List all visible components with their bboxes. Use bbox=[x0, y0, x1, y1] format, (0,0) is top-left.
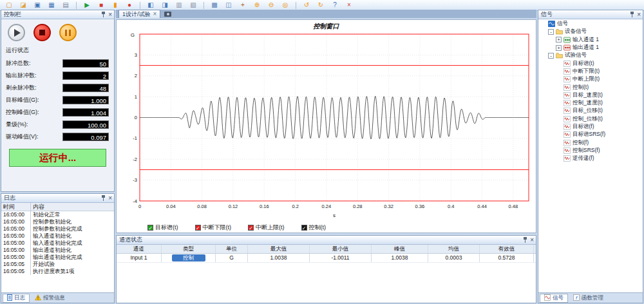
toolbar-icon-zoom-fit[interactable]: ◎ bbox=[281, 1, 289, 9]
legend-item[interactable]: ✓控制(t) bbox=[301, 223, 327, 232]
app-window: ▢◪▣▦▤▶■▮●◧◨▥▧▩◫+⊕⊖◎↺↻?× 控制栏 × 运行状态 脉 bbox=[0, 0, 644, 304]
wave-icon bbox=[564, 76, 571, 82]
tree-item[interactable]: +输出通道 1 bbox=[538, 44, 643, 52]
tree-item[interactable]: 目标_速度(t) bbox=[538, 91, 643, 99]
toolbar-icon-schedule[interactable]: ▥ bbox=[175, 1, 183, 9]
channel-row[interactable]: Input 1控制G1.0038-1.00111.00380.00030.572… bbox=[117, 254, 536, 263]
toolbar-icon-channel-config[interactable]: ◨ bbox=[161, 1, 169, 9]
legend-item[interactable]: ✓中断上限(t) bbox=[248, 223, 285, 232]
tree-item[interactable]: -试验信号 bbox=[538, 52, 643, 59]
toolbar-icon-exit[interactable]: × bbox=[345, 1, 353, 9]
toolbar-icon-pause[interactable]: ▮ bbox=[111, 1, 119, 9]
toolbar-icon-save-all[interactable]: ▦ bbox=[48, 1, 55, 9]
legend-checkbox[interactable]: ✓ bbox=[301, 225, 307, 231]
log-row[interactable]: 16:05:00输出通道初始化 bbox=[1, 247, 114, 254]
log-row[interactable]: 16:05:00输出通道初始化完成 bbox=[1, 254, 114, 261]
tree-item[interactable]: 控制_位移(t) bbox=[538, 115, 643, 123]
wave-icon bbox=[564, 131, 571, 138]
toolbar-separator bbox=[76, 2, 77, 9]
tree-item[interactable]: +输入通道 1 bbox=[538, 36, 643, 44]
log-row[interactable]: 16:05:00初始化正常 bbox=[1, 211, 114, 218]
tree-item[interactable]: 目标_位移(t) bbox=[538, 107, 643, 115]
pin-icon[interactable] bbox=[630, 12, 634, 17]
log-row[interactable]: 16:05:00控制参数初始化完成 bbox=[1, 225, 114, 233]
tree-item[interactable]: 控制_速度(t) bbox=[538, 99, 643, 107]
tree-item[interactable]: 目标谱(t) bbox=[538, 59, 643, 67]
tree-item[interactable]: 中断上限(t) bbox=[538, 75, 643, 83]
stop-button[interactable] bbox=[33, 24, 51, 41]
toolbar-icon-print[interactable]: ▤ bbox=[62, 1, 70, 9]
tree-item[interactable]: 中断下限(t) bbox=[538, 68, 643, 75]
log-tab-log[interactable]: 日志 bbox=[3, 294, 30, 303]
legend-checkbox[interactable]: ✓ bbox=[248, 225, 254, 231]
channel-type-badge[interactable]: 控制 bbox=[172, 254, 205, 261]
tree-item-label: 设备信号 bbox=[565, 28, 587, 35]
pin-icon[interactable] bbox=[101, 195, 106, 201]
toolbar-icon-new-window[interactable]: ▩ bbox=[211, 1, 218, 9]
toolbar-icon-open[interactable]: ◪ bbox=[19, 1, 27, 9]
signal-tab-label: 函数管理 bbox=[582, 294, 603, 302]
signal-tab-function[interactable]: f函数管理 bbox=[569, 294, 608, 303]
channel-table-header: 通道类型单位最大值最小值峰值均值有效值 bbox=[117, 245, 536, 254]
close-icon[interactable]: × bbox=[530, 237, 534, 243]
tree-expander-icon[interactable]: + bbox=[556, 45, 562, 51]
start-button[interactable] bbox=[8, 24, 25, 41]
pin-icon[interactable] bbox=[101, 12, 106, 17]
toolbar-icon-save[interactable]: ▣ bbox=[33, 1, 41, 9]
toolbar-icon-test-config[interactable]: ◧ bbox=[147, 1, 155, 9]
status-field-row: 剩余脉冲数:48 bbox=[6, 84, 109, 92]
log-row[interactable]: 16:05:05开始试验 bbox=[1, 261, 114, 268]
tree-expander-icon[interactable]: - bbox=[548, 53, 554, 59]
log-text: 开始试验 bbox=[31, 261, 114, 268]
legend-item[interactable]: ✓目标谱(t) bbox=[147, 223, 178, 232]
signal-tab-signal[interactable]: 信号 bbox=[540, 294, 568, 303]
close-icon[interactable]: × bbox=[637, 12, 641, 17]
legend-checkbox[interactable]: ✓ bbox=[147, 225, 153, 231]
toolbar-icon-help[interactable]: ? bbox=[331, 1, 339, 9]
document-tab[interactable]: 1设计/试验 × bbox=[118, 10, 160, 18]
close-icon[interactable]: × bbox=[108, 195, 112, 201]
tree-item[interactable]: 控制(f) bbox=[538, 138, 643, 146]
toolbar-icon-new-test[interactable]: ▢ bbox=[5, 1, 13, 9]
tab-close-icon[interactable]: × bbox=[153, 11, 157, 17]
svg-text:s: s bbox=[333, 213, 336, 218]
tree-item[interactable]: 控制(t) bbox=[538, 83, 643, 91]
tree-item[interactable]: 信号 bbox=[538, 20, 643, 28]
tree-expander-icon[interactable]: + bbox=[556, 37, 562, 43]
capture-icon[interactable] bbox=[164, 12, 171, 17]
output-channel-icon bbox=[564, 44, 571, 51]
tree-item[interactable]: 逆传递(f) bbox=[538, 155, 643, 162]
status-field-label: 量级(%): bbox=[6, 120, 28, 129]
toolbar-icon-stop[interactable]: ■ bbox=[97, 1, 105, 9]
transport-controls bbox=[1, 19, 114, 43]
log-tab-alarm[interactable]: 报警信息 bbox=[30, 294, 70, 303]
log-row[interactable]: 16:05:00控制参数初始化 bbox=[1, 218, 114, 225]
legend-label: 目标谱(t) bbox=[155, 223, 178, 232]
close-icon[interactable]: × bbox=[108, 12, 112, 17]
log-row[interactable]: 16:05:05执行进度表第1项 bbox=[1, 268, 114, 275]
log-text: 初始化正常 bbox=[31, 211, 114, 218]
tree-item-label: 控制(t) bbox=[573, 84, 589, 91]
legend-item[interactable]: ✓中断下限(t) bbox=[195, 223, 232, 232]
toolbar-icon-undo[interactable]: ↺ bbox=[303, 1, 310, 9]
tree-item[interactable]: 目标谱SRS(f) bbox=[538, 131, 643, 138]
log-row[interactable]: 16:05:00输入通道初始化完成 bbox=[1, 240, 114, 247]
log-row[interactable]: 16:05:00输入通道初始化 bbox=[1, 233, 114, 240]
status-field-value: 2 bbox=[62, 71, 109, 80]
toolbar-icon-redo[interactable]: ↻ bbox=[317, 1, 325, 9]
legend-checkbox[interactable]: ✓ bbox=[195, 225, 201, 231]
toolbar-icon-zoom-out[interactable]: ⊖ bbox=[267, 1, 275, 9]
toolbar-icon-start[interactable]: ▶ bbox=[83, 1, 91, 9]
tree-item[interactable]: 目标谱(f) bbox=[538, 123, 643, 131]
pause-button[interactable] bbox=[59, 24, 77, 41]
toolbar-icon-signal-manager[interactable]: ▧ bbox=[189, 1, 197, 9]
chart-plot-area[interactable]: G3210-1-2-3-400.040.080.120.160.20.240.2… bbox=[117, 31, 536, 223]
pin-icon[interactable] bbox=[523, 237, 527, 243]
toolbar-icon-zoom-in[interactable]: ⊕ bbox=[253, 1, 261, 9]
toolbar-icon-cursor[interactable]: + bbox=[239, 1, 247, 9]
tree-expander-icon[interactable]: - bbox=[548, 29, 554, 35]
tree-item[interactable]: -设备信号 bbox=[538, 28, 643, 35]
tree-item[interactable]: 控制SRS(f) bbox=[538, 147, 643, 155]
toolbar-icon-record[interactable]: ● bbox=[126, 1, 133, 9]
toolbar-icon-layout[interactable]: ◫ bbox=[225, 1, 232, 9]
